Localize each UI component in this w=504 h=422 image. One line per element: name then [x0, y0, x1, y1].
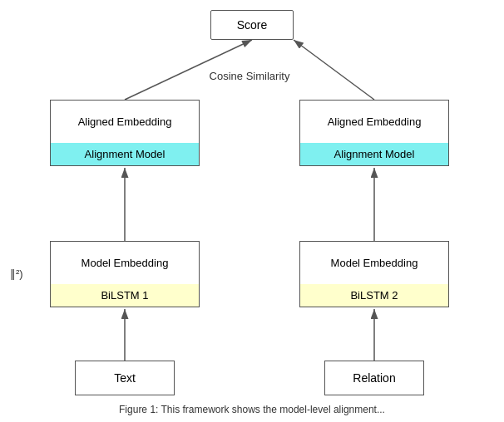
aligned-left-header: Aligned Embedding	[75, 101, 175, 143]
text-label: Text	[114, 371, 136, 385]
aligned-embedding-right: Aligned Embedding Alignment Model	[299, 100, 449, 166]
aligned-right-header: Aligned Embedding	[324, 101, 425, 143]
cosine-label: Cosine Similarity	[141, 70, 358, 82]
text-input-box: Text	[75, 361, 175, 395]
alignment-model-right: Alignment Model	[300, 143, 448, 165]
bilstm2: BiLSTM 2	[300, 284, 448, 307]
model-left-header: Model Embedding	[78, 242, 172, 284]
model-embedding-left: Model Embedding BiLSTM 1	[50, 241, 200, 307]
score-box: Score	[210, 10, 294, 40]
relation-label: Relation	[353, 371, 395, 385]
alignment-model-left: Alignment Model	[51, 143, 199, 165]
score-label: Score	[237, 18, 268, 32]
norm-label: ‖²)	[10, 267, 23, 280]
model-right-header: Model Embedding	[328, 242, 422, 284]
aligned-embedding-left: Aligned Embedding Alignment Model	[50, 100, 200, 166]
model-embedding-right: Model Embedding BiLSTM 2	[299, 241, 449, 307]
diagram: Score Cosine Similarity Aligned Embeddin…	[0, 0, 504, 422]
bilstm1: BiLSTM 1	[51, 284, 199, 307]
arrows-overlay	[0, 0, 504, 422]
caption: Figure 1: This framework shows the model…	[0, 404, 504, 415]
relation-input-box: Relation	[324, 361, 424, 395]
